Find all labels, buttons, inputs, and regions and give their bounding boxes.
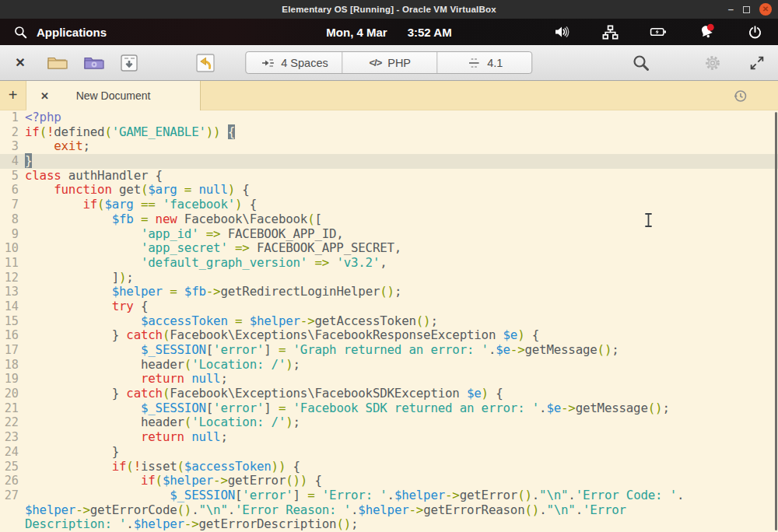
code-line[interactable]: 2if(!defined('GAME_ENABLE')) { xyxy=(0,125,778,140)
panel-time[interactable]: 3:52 AM xyxy=(408,26,452,39)
code-token: { xyxy=(235,182,250,197)
panel-indicators xyxy=(552,23,764,41)
line-number: 12 xyxy=(0,271,19,285)
code-token: catch xyxy=(126,386,163,401)
goto-line-icon xyxy=(467,56,481,70)
tab-new-document[interactable]: ✕ New Document xyxy=(26,81,201,110)
save-icon[interactable] xyxy=(117,51,141,75)
code-line[interactable]: 1<?php xyxy=(0,110,778,125)
code-token: $helper xyxy=(250,313,300,328)
code-line[interactable]: 16 } catch(Facebook\Exceptions\FacebookR… xyxy=(0,328,778,343)
code-token: () xyxy=(598,342,612,357)
code-line[interactable]: 21 $_SESSION['error'] = 'Facebook SDK re… xyxy=(0,401,778,416)
code-token: ) xyxy=(119,270,126,285)
code-token: $helper xyxy=(358,502,408,517)
line-number: 8 xyxy=(0,212,19,227)
code-token: 'app_secret' xyxy=(141,240,228,255)
code-line[interactable]: 6 function get($arg = null) { xyxy=(0,183,778,198)
line-number: 4 xyxy=(0,154,19,169)
code-token xyxy=(242,313,249,328)
code-line[interactable]: 14 try { xyxy=(0,299,778,314)
new-tab-button[interactable]: + xyxy=(0,81,26,110)
code-line[interactable]: 7 if($arg == 'facebook') { xyxy=(0,198,778,212)
code-line[interactable]: 8 $fb = new Facebook\Facebook([ xyxy=(0,212,778,227)
notifications-icon[interactable] xyxy=(697,23,716,41)
code-token: { xyxy=(524,327,539,342)
code-token: $arg xyxy=(148,182,177,197)
code-editor[interactable]: 1<?php2if(!defined('GAME_ENABLE')) {3 ex… xyxy=(0,110,778,532)
code-line[interactable]: 15 $accessToken = $helper->getAccessToke… xyxy=(0,314,778,329)
code-token: == xyxy=(141,197,156,212)
code-line[interactable]: 9 'app_id' => FACEBOOK_APP_ID, xyxy=(0,227,778,242)
code-token: } xyxy=(25,386,126,401)
code-line[interactable]: 24 } xyxy=(0,445,778,460)
code-line[interactable]: 25 if(!isset($accessToken)) { xyxy=(0,460,778,474)
code-token: if xyxy=(82,197,97,212)
code-token: ] xyxy=(25,270,119,285)
code-token xyxy=(25,138,54,153)
search-icon[interactable] xyxy=(629,51,653,75)
code-token: { xyxy=(489,386,503,401)
window-close-button[interactable]: ✕ xyxy=(11,55,30,70)
indent-width-button[interactable]: 4 Spaces xyxy=(246,52,342,73)
code-line[interactable]: 12 ]); xyxy=(0,271,778,285)
battery-charging-icon[interactable] xyxy=(649,23,668,41)
code-line[interactable]: 23 return null; xyxy=(0,430,778,445)
code-token xyxy=(25,459,112,474)
applications-menu[interactable]: Applications xyxy=(11,23,107,41)
line-number: 24 xyxy=(0,445,19,460)
code-token: () xyxy=(517,488,532,502)
code-token xyxy=(25,226,141,241)
code-token: if xyxy=(141,473,156,488)
close-button[interactable]: ✕ xyxy=(759,3,772,16)
code-line[interactable]: 18 header('Location: /'); xyxy=(0,358,778,373)
code-line[interactable]: 5class authHandler { xyxy=(0,169,778,184)
code-token xyxy=(148,212,155,226)
volume-icon[interactable] xyxy=(552,23,571,41)
goto-line-label: 4.1 xyxy=(487,57,503,69)
fullscreen-icon[interactable] xyxy=(745,51,769,75)
code-line[interactable]: 27 $_SESSION['error'] = 'Error: '.$helpe… xyxy=(0,488,778,503)
minimize-button[interactable]: – xyxy=(728,5,734,13)
code-token: 'Location: /' xyxy=(191,357,286,372)
code-line[interactable]: 17 $_SESSION['error'] = 'Graph returned … xyxy=(0,343,778,358)
line-number: 2 xyxy=(0,125,19,140)
code-line[interactable]: 3 exit; xyxy=(0,139,778,154)
code-line[interactable]: 11 'default_graph_version' => 'v3.2', xyxy=(0,256,778,271)
applications-label: Applications xyxy=(37,26,107,39)
code-line[interactable]: 13 $helper = $fb->getRedirectLoginHelper… xyxy=(0,285,778,299)
panel-date[interactable]: Mon, 4 Mar xyxy=(326,26,387,39)
line-number: 26 xyxy=(0,474,19,488)
open-folder-icon[interactable] xyxy=(45,51,68,75)
language-button[interactable]: </> PHP xyxy=(342,52,437,73)
power-icon[interactable] xyxy=(745,23,764,41)
code-token: $arg xyxy=(104,197,133,212)
code-line[interactable]: $helper->getErrorCode()."\n".'Error Reas… xyxy=(0,503,778,518)
settings-gear-icon[interactable] xyxy=(701,51,724,75)
undo-icon[interactable] xyxy=(194,51,217,75)
code-text: function get($arg = null) { xyxy=(25,183,250,198)
code-line[interactable]: Description: '.$helper->getErrorDescript… xyxy=(0,517,778,532)
code-token: () xyxy=(648,401,663,415)
network-icon[interactable] xyxy=(601,23,619,41)
code-text: if($arg == 'facebook') { xyxy=(25,198,257,212)
line-number: 16 xyxy=(0,328,19,343)
restore-history-icon[interactable] xyxy=(732,81,748,110)
code-token xyxy=(25,284,112,299)
code-token: ; xyxy=(293,357,300,372)
code-line[interactable]: 20 } catch(Facebook\Exceptions\FacebookS… xyxy=(0,387,778,401)
code-token: -> xyxy=(409,502,424,517)
editor-scrollbar[interactable] xyxy=(775,112,777,530)
code-token: { xyxy=(134,299,149,313)
code-token: -> xyxy=(184,516,199,531)
templates-folder-icon[interactable] xyxy=(82,51,105,75)
code-line[interactable]: 22 header('Location: /'); xyxy=(0,415,778,430)
code-line[interactable]: 10 'app_secret' => FACEBOOK_APP_SECRET, xyxy=(0,241,778,256)
code-line[interactable]: 4} xyxy=(0,154,778,169)
code-line[interactable]: 19 return null; xyxy=(0,372,778,387)
goto-line-button[interactable]: 4.1 xyxy=(437,52,532,73)
code-text: } catch(Facebook\Exceptions\FacebookSDKE… xyxy=(25,387,503,401)
maximize-button[interactable] xyxy=(743,6,750,13)
code-token xyxy=(228,240,235,255)
code-line[interactable]: 26 if($helper->getError()) { xyxy=(0,474,778,488)
